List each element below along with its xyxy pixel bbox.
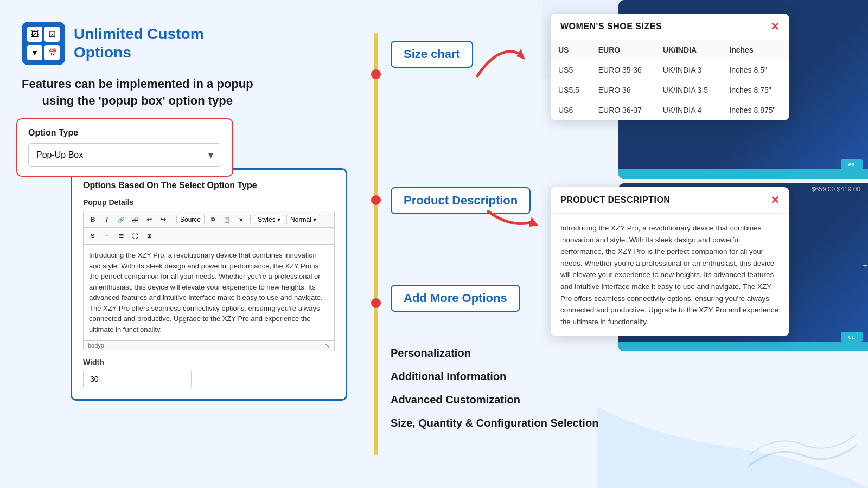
timeline-line (374, 33, 378, 455)
cell-in5: Inches 8.5" (722, 60, 789, 80)
cell-euro5: EURO 35-36 (591, 60, 655, 80)
option-type-value: Pop-Up Box (36, 150, 83, 160)
size-chart-label: Size chart (391, 41, 473, 68)
cell-in55: Inches 8.75" (722, 80, 789, 100)
add-more-options-label: Add More Options (391, 285, 520, 312)
width-label: Width (83, 358, 335, 367)
logo-icon-2: ☑ (44, 27, 60, 42)
italic-button[interactable]: I (101, 214, 113, 226)
table-button[interactable]: ⊞ (143, 230, 155, 242)
cell-euro55: EURO 36 (591, 80, 655, 100)
option-type-select[interactable]: Pop-Up Box ▾ (28, 143, 221, 167)
fullscreen-button[interactable]: ⛶ (129, 230, 141, 242)
table-row: US5 EURO 35-36 UK/INDIA 3 Inches 8.5" (551, 60, 789, 80)
resize-handle[interactable]: ⤡ (325, 342, 330, 349)
logo-icon-1: 🖼 (27, 27, 42, 42)
editor-panel-title: Options Based On The Select Option Type (83, 181, 335, 190)
timeline-dot-3 (371, 298, 381, 308)
unordered-list-button[interactable]: ☰ (115, 230, 127, 242)
link-button[interactable]: 🔗 (115, 214, 127, 226)
size-chart-popup: WOMEN'S SHOE SIZES ✕ US EURO UK/INDIA In… (551, 14, 789, 120)
product-description-popup: PRODUCT DESCRIPTION ✕ Introducing the XZ… (551, 187, 789, 336)
toolbar-separator-1 (173, 215, 173, 224)
size-chart-header: WOMEN'S SHOE SIZES ✕ (551, 14, 789, 40)
deco-wave (749, 423, 857, 477)
normal-dropdown[interactable]: Normal ▾ (286, 215, 320, 224)
product-desc-header: PRODUCT DESCRIPTION ✕ (551, 187, 789, 214)
logo-icon-3: ▼ (27, 45, 42, 60)
cell-uk5: UK/INDIA 3 (655, 60, 722, 80)
table-row: US6 EURO 36-37 UK/INDIA 4 Inches 8.875" (551, 100, 789, 120)
table-header-row: US EURO UK/INDIA Inches (551, 40, 789, 60)
size-chart-table: US EURO UK/INDIA Inches US5 EURO 35-36 U… (551, 40, 789, 120)
svg-marker-0 (516, 49, 525, 60)
feature-item-additional: Additional Information (391, 370, 598, 383)
feature-item-personalization: Personalization (391, 347, 598, 359)
size-chart-close-button[interactable]: ✕ (770, 20, 780, 33)
feature-item-advanced: Advanced Customization (391, 394, 598, 406)
option-type-box: Option Type Pop-Up Box ▾ (16, 118, 233, 177)
timeline-dot-2 (371, 195, 381, 205)
redo-button[interactable]: ↪ (157, 214, 169, 226)
width-input[interactable] (83, 370, 192, 388)
popup-details-label: Popup Details (83, 198, 335, 207)
unlink-button[interactable]: 🔗 (129, 214, 141, 226)
product-desc-close-button[interactable]: ✕ (770, 194, 780, 207)
ordered-list-button[interactable]: ≡ (101, 230, 113, 242)
editor-toolbar: B I 🔗 🔗 ↩ ↪ Source ⧉ 📋 ✕ Styles ▾ Normal… (83, 211, 335, 228)
feature-item-size: Size, Quantity & Configuration Selection (391, 417, 598, 429)
cell-us6: US6 (551, 100, 591, 120)
size-chart-tbody: US5 EURO 35-36 UK/INDIA 3 Inches 8.5" US… (551, 60, 789, 120)
logo-icon-4: 📅 (44, 45, 60, 60)
col-inches: Inches (722, 40, 789, 60)
bold-button[interactable]: B (87, 214, 99, 226)
cell-in6: Inches 8.875" (722, 100, 789, 120)
svg-marker-1 (529, 217, 538, 227)
cell-euro6: EURO 36-37 (591, 100, 655, 120)
product-desc-body: Introducing the XZY Pro, a revolutionary… (551, 214, 789, 336)
editor-content-area[interactable]: Introducing the XZY Pro, a revolutionary… (83, 244, 335, 341)
size-chart-title: WOMEN'S SHOE SIZES (560, 22, 662, 31)
undo-button[interactable]: ↩ (143, 214, 155, 226)
product-desc-content: Introducing the XZY Pro, a revolutionary… (560, 222, 780, 328)
copy-button[interactable]: ⧉ (207, 214, 219, 226)
paste-button[interactable]: 📋 (221, 214, 233, 226)
product-description-label: Product Description (391, 187, 531, 214)
cell-uk55: UK/INDIA 3.5 (655, 80, 722, 100)
editor-tag2: p (101, 342, 104, 349)
feature-items-list: Personalization Additional Information A… (391, 347, 598, 429)
source-button[interactable]: Source (176, 215, 205, 224)
editor-toolbar-2: S ≡ ☰ ⛶ ⊞ (83, 227, 335, 244)
logo-box: 🖼 ☑ ▼ 📅 (22, 22, 65, 65)
editor-text: Introducing the XZY Pro, a revolutionary… (89, 250, 329, 335)
editor-tag1: body (88, 342, 101, 349)
cell-us55: US5.5 (551, 80, 591, 100)
editor-panel: Options Based On The Select Option Type … (71, 168, 347, 401)
table-row: US5.5 EURO 36 UK/INDIA 3.5 Inches 8.75" (551, 80, 789, 100)
arrow-size-chart (467, 33, 532, 87)
editor-footer: body p ⤡ (83, 341, 335, 351)
col-us: US (551, 40, 591, 60)
strikethrough-button[interactable]: S (87, 230, 99, 242)
product-desc-title: PRODUCT DESCRIPTION (560, 195, 670, 205)
chevron-down-icon: ▾ (208, 149, 213, 161)
col-uk: UK/INDIA (655, 40, 722, 60)
header: 🖼 ☑ ▼ 📅 Unlimited Custom Options (22, 22, 204, 65)
option-type-label: Option Type (28, 128, 221, 138)
remove-format-button[interactable]: ✕ (235, 214, 247, 226)
styles-dropdown[interactable]: Styles ▾ (254, 215, 284, 224)
cell-us5: US5 (551, 60, 591, 80)
col-euro: EURO (591, 40, 655, 60)
toolbar-separator-2 (250, 215, 251, 224)
cell-uk6: UK/INDIA 4 (655, 100, 722, 120)
logo-title: Unlimited Custom Options (74, 25, 204, 61)
timeline-dot-1 (371, 69, 381, 79)
feature-text: Features can be implemented in a popupus… (22, 76, 253, 110)
